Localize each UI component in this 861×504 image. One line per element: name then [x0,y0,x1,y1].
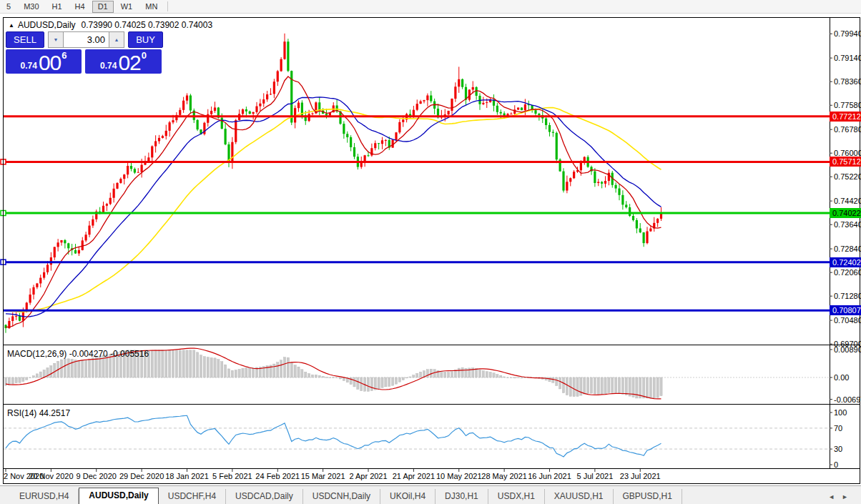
date-axis-label: 5 Feb 2021 [212,472,252,480]
date-axis-label: 24 Feb 2021 [255,472,300,480]
price-axis-label: 0.79140 [834,54,861,62]
bid-price[interactable]: 0.74 00 6 [6,49,82,74]
chart-symbol-label: AUDUSD,Daily [18,20,76,30]
date-axis-label: 18 Jan 2021 [165,472,209,480]
chart-tab-usdcnh[interactable]: USDCNH,Daily [303,489,380,504]
tab-scroll-arrows: ◄► [828,493,855,500]
chart-ohlc-values: 0.73990 0.74025 0.73902 0.74003 [82,20,213,30]
rsi-axis-label: 0 [834,460,838,469]
rsi-axis-label: 70 [834,424,842,433]
price-axis-label: 0.73640 [834,220,861,229]
arrow-up-icon: ▲ [114,37,119,42]
date-axis-label: 23 Jul 2021 [620,472,661,480]
tab-scroll-left-icon[interactable]: ◄ [828,493,842,500]
price-level-tag: 0.74022 [830,208,861,218]
date-axis-label: 16 Jun 2021 [528,472,571,480]
ask-pipette: 0 [142,50,147,61]
sell-button[interactable]: SELL [6,31,44,48]
volume-input[interactable]: 3.00 [64,31,109,48]
price-axis-label: 0.79940 [834,29,861,38]
price-axis-label: 0.76000 [834,149,861,157]
chart-tab-bar: EURUSD,H4AUDUSD,DailyUSDCHF,H4USDCAD,Dai… [0,485,861,504]
date-axis-label: 5 Jul 2021 [576,472,613,480]
ask-big-digits: 02 [118,51,140,74]
bid-prefix: 0.74 [21,61,37,71]
chart-tab-usdx[interactable]: USDX,H1 [488,489,545,504]
volume-stepper: ▼ 3.00 ▲ [48,31,124,48]
macd-axis-label: 0.00890 [834,345,861,354]
macd-indicator-label: MACD(12,26,9) -0.004270 -0.005516 [7,349,149,359]
price-axis-label: 0.72060 [834,268,861,277]
price-axis-label: 0.72840 [834,244,861,253]
rsi-axis-label: 100 [834,408,847,417]
volume-decrease-button[interactable]: ▼ [48,31,64,48]
collapse-triangle-icon[interactable]: ▲ [9,22,14,29]
bid-big-digits: 00 [39,51,61,74]
date-axis-label: 28 May 2021 [481,472,527,480]
chart-tab-audusd[interactable]: AUDUSD,Daily [79,488,158,504]
trade-panel-controls: SELL ▼ 3.00 ▲ BUY [6,31,163,48]
price-axis-label: 0.78360 [834,77,861,86]
trade-panel-prices: 0.74 00 6 0.74 02 0 [6,49,163,74]
date-axis-label: 21 Apr 2021 [393,472,435,480]
one-click-trade-panel: SELL ▼ 3.00 ▲ BUY 0.74 00 6 0.74 02 0 [6,31,163,74]
chart-tab-eurusd[interactable]: EURUSD,H4 [10,489,79,504]
price-axis-label: 0.76780 [834,125,861,134]
rsi-indicator-label: RSI(14) 44.2517 [7,408,70,418]
buy-button[interactable]: BUY [128,31,163,48]
price-axis-label: 0.75220 [834,172,861,181]
price-level-tag: 0.77212 [830,112,861,122]
price-level-tag: 0.70807 [830,305,861,315]
tab-scroll-right-icon[interactable]: ► [842,493,855,500]
date-axis-label: 29 Dec 2020 [119,472,164,480]
volume-increase-button[interactable]: ▲ [109,31,124,48]
chart-canvas[interactable] [0,0,861,504]
price-level-tag: 0.72402 [830,257,861,267]
chart-tab-ukoil[interactable]: UKOil,H4 [380,489,436,504]
date-axis-label: 2 Apr 2021 [349,472,387,480]
chart-tab-xauusd[interactable]: XAUUSD,H1 [545,489,614,504]
price-axis-label: 0.74420 [834,197,861,205]
chart-tab-usdchf[interactable]: USDCHF,H4 [159,489,226,504]
chart-tab-usdcad[interactable]: USDCAD,Daily [226,489,303,504]
trading-app: 5M30H1H4D1W1MN ▲AUDUSD,Daily0.73990 0.74… [0,0,861,504]
price-level-tag: 0.75712 [830,157,861,167]
price-axis-label: 0.70480 [834,316,861,325]
date-axis-label: 15 Mar 2021 [301,472,345,480]
arrow-down-icon: ▼ [54,37,59,42]
date-axis-label: 20 Nov 2020 [29,472,73,480]
macd-axis-label: -0.00697 [834,395,861,404]
rsi-axis-label: 30 [834,445,842,453]
chart-tab-dj30[interactable]: DJ30,H1 [436,489,488,504]
bid-pipette: 6 [62,50,67,61]
chart-title: ▲AUDUSD,Daily0.73990 0.74025 0.73902 0.7… [9,20,212,30]
ask-price[interactable]: 0.74 02 0 [85,49,162,74]
date-axis-label: 9 Dec 2020 [77,472,117,480]
price-axis-label: 0.71280 [834,292,861,300]
price-axis-label: 0.77580 [834,101,861,109]
chart-tab-gbpusd[interactable]: GBPUSD,H1 [614,489,682,504]
date-axis-label: 10 May 2021 [436,472,482,480]
macd-axis-label: 0.00 [834,373,849,382]
ask-prefix: 0.74 [100,61,117,71]
